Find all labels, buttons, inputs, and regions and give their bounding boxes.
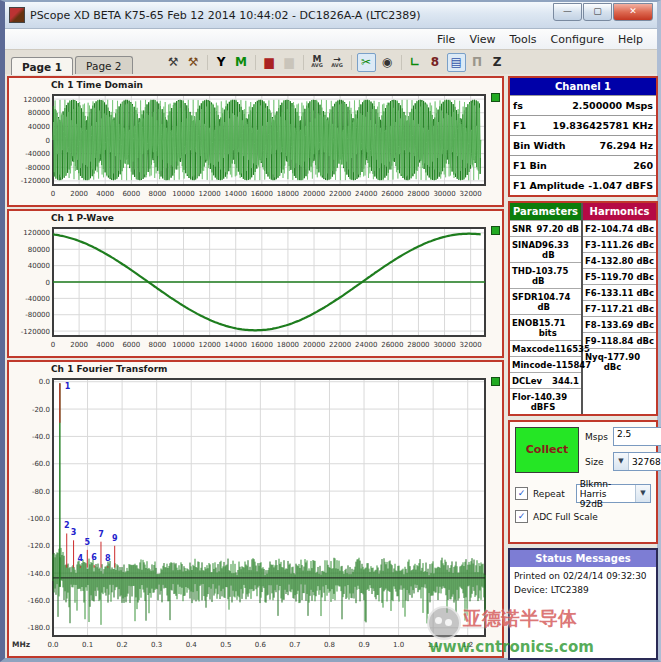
harmonic-row-f7: F7-117.21 dBc [583,300,656,316]
repeat-checkbox[interactable]: ✓ [515,487,528,500]
status-header: Status Messages [510,550,656,567]
svg-text:-120000: -120000 [21,177,50,185]
svg-text:0.5: 0.5 [220,641,231,649]
svg-text:6000: 6000 [122,341,140,349]
channel-row-f1-bin: F1 Bin260 [510,155,656,175]
pi-icon[interactable]: Π [469,54,486,71]
menu-item-view[interactable]: View [463,31,501,48]
svg-text:2000: 2000 [70,341,88,349]
harmonic-row-f3: F3-111.26 dBc [583,236,656,252]
menu-item-help[interactable]: Help [612,31,649,48]
row-label: SFDR [512,292,538,312]
menu-item-file[interactable]: File [431,31,461,48]
export-z-icon[interactable]: Z [489,54,506,71]
row-label: F1 Amplitude [513,180,585,191]
svg-text:-40.0: -40.0 [32,433,50,441]
toolbar-separator [303,55,304,70]
histogram-dim-icon[interactable]: ▆ [281,54,298,71]
svg-text:26000: 26000 [381,190,403,198]
harmonic-row-f2: F2-104.74 dBc [583,220,656,236]
channel-row-fs: fs2.500000 Msps [510,95,656,115]
status-messages-panel: Status Messages Printed on 02/24/14 09:3… [508,548,658,660]
svg-text:-80000: -80000 [25,164,50,172]
tab-page-2[interactable]: Page 2 [75,56,132,74]
status-body: Printed on 02/24/14 09:32:30Device: LTC2… [510,567,656,600]
svg-text:8000: 8000 [148,190,166,198]
svg-text:16000: 16000 [251,190,273,198]
svg-text:0.0: 0.0 [47,641,58,649]
tab-page-1[interactable]: Page 1 [11,57,73,75]
svg-text:4: 4 [78,554,84,563]
menu-item-tools[interactable]: Tools [503,31,542,48]
p-wave-plot: 0200040006000800010000120001400016000180… [9,224,498,350]
title-bar[interactable]: PScope XD BETA K75-65 Feb 12 2014 10:44:… [5,2,657,29]
tools-pick-icon[interactable]: ⚒ [165,54,182,71]
channel-header: Channel 1 [510,78,656,95]
limit-curve-icon[interactable]: ∟ [407,54,424,71]
svg-text:12000: 12000 [198,341,220,349]
parameter-row-sfdr: SFDR104.74 dB [510,288,581,314]
harmonic-row-f6: F6-133.11 dBc [583,284,656,300]
window-m-icon[interactable]: M [233,54,250,71]
adc-fullscale-checkbox[interactable]: ✓ [515,510,528,523]
chevron-down-icon[interactable]: ▼ [614,453,629,470]
row-label: F1 Bin [513,160,547,171]
charts-column: Ch 1 Time Domain 02000400060008000100001… [7,76,504,662]
row-value: 76.294 Hz [600,140,653,151]
close-button[interactable]: ✕ [613,3,653,21]
svg-text:-120000: -120000 [21,328,50,336]
row-label: F4 [585,256,597,266]
figure8-icon[interactable]: 8 [427,54,444,71]
svg-text:-80.0: -80.0 [32,488,50,496]
camera-icon[interactable]: ◉ [379,54,396,71]
svg-text:0.1: 0.1 [82,641,93,649]
hammer-icon[interactable]: ⚒ [185,54,202,71]
svg-text:30000: 30000 [433,190,455,198]
row-value: -118.84 dBc [597,336,654,346]
maximize-button[interactable]: ▢ [583,3,612,21]
max-avg-icon[interactable]: MAVG [309,54,326,71]
svg-text:-40000: -40000 [25,295,50,303]
row-label: F2 [585,224,597,234]
collect-button[interactable]: Collect [515,427,579,473]
svg-text:0: 0 [51,341,55,349]
filter-y-icon[interactable]: Y [213,54,230,71]
size-label: Size [585,457,609,467]
chevron-down-icon[interactable]: ▼ [635,485,650,502]
tab-row: Page 1Page 2 ⚒⚒YM▆▆MAVG→AVG✂◉∟8▤ΠZ [5,50,657,74]
chart-title: Ch 1 Fourier Transform [9,362,502,375]
window-dropdown[interactable]: Blkmn-Harris 92dB ▼ [576,484,651,503]
chart-title: Ch 1 P-Wave [9,211,502,224]
svg-text:0.2: 0.2 [117,641,128,649]
measurements-panel: Parameters SNR97.20 dBSINAD96.33 dBTHD-1… [508,201,658,416]
histogram-icon[interactable]: ▆ [261,54,278,71]
avg-arrow-icon[interactable]: →AVG [329,54,346,71]
row-label: F8 [585,320,597,330]
svg-text:22000: 22000 [329,341,351,349]
row-value: -1.047 dBFS [588,180,653,191]
time-domain-plot: 0200040006000800010000120001400016000180… [9,91,498,199]
legend-swatch [491,93,500,102]
repeat-label: Repeat [533,489,565,499]
parameter-row-thd: THD-103.75 dB [510,262,581,288]
parameter-row-flor: Flor-140.39 dBFS [510,388,581,414]
row-label: Flor [512,392,531,412]
svg-text:7: 7 [98,530,104,539]
row-label: Maxcode [512,344,554,354]
chart-title: Ch 1 Time Domain [9,78,502,91]
pliers-icon[interactable]: ✂ [357,53,376,72]
svg-text:9: 9 [112,534,118,543]
row-value: 96.33 dB [542,240,579,260]
channel-info-panel: Channel 1 fs2.500000 MspsF119.836425781 … [508,76,658,197]
minimize-button[interactable]: — [553,3,582,21]
size-dropdown[interactable]: ▼ 32768 [613,452,661,471]
menu-item-configure[interactable]: Configure [545,31,610,48]
harmonics-header: Harmonics [583,203,656,220]
notes-page-icon[interactable]: ▤ [447,53,466,72]
svg-text:0.0: 0.0 [39,378,50,386]
svg-text:0.4: 0.4 [186,641,198,649]
msps-input[interactable]: 2.5 [613,427,661,446]
row-value: -111.26 dBc [597,240,654,250]
svg-text:0.8: 0.8 [324,641,335,649]
harmonic-row-f4: F4-132.80 dBc [583,252,656,268]
